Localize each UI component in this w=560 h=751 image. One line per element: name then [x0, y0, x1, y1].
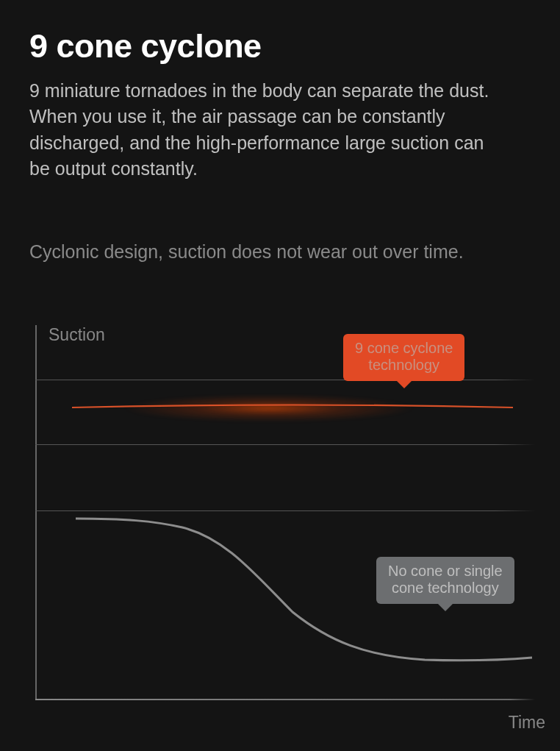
callout-no-cone: No cone or single cone technology [376, 557, 514, 604]
y-axis [35, 325, 37, 700]
gridline [35, 510, 535, 511]
series-no-cone-line [35, 325, 535, 700]
page: 9 cone cyclone 9 miniature tornadoes in … [0, 0, 560, 730]
body-text: 9 miniature tornadoes in the body can se… [29, 78, 500, 182]
suction-chart: Suction Time 9 cone cyclone technology N… [35, 325, 535, 700]
series-9-cone-line [57, 402, 528, 413]
x-axis-label: Time [509, 713, 545, 733]
page-title: 9 cone cyclone [29, 28, 531, 65]
callout-9-cone: 9 cone cyclone technology [343, 334, 464, 381]
subheading: Cyclonic design, suction does not wear o… [29, 241, 531, 263]
y-axis-label: Suction [49, 325, 105, 345]
orange-line-glow [57, 388, 528, 433]
x-axis [35, 699, 535, 700]
gridline [35, 444, 535, 445]
